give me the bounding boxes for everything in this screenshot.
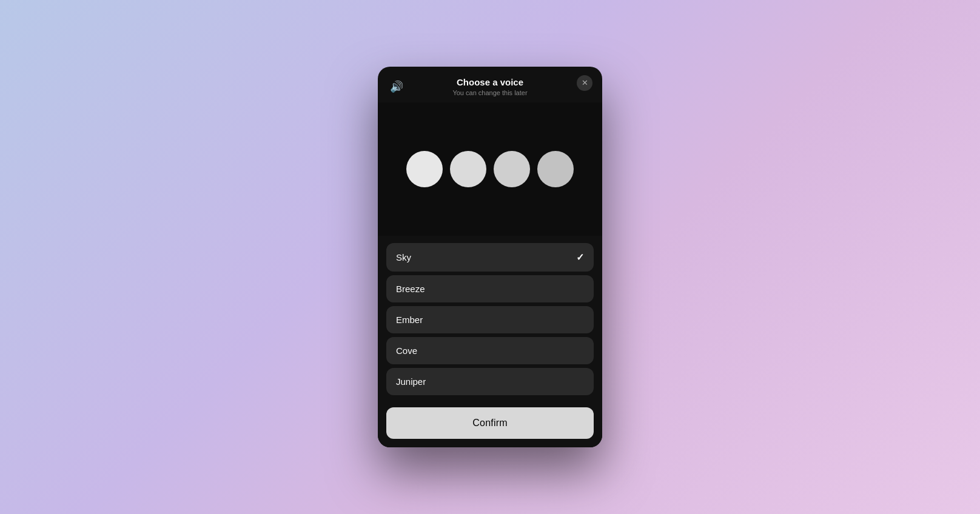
voice-item-cove[interactable]: Cove	[386, 337, 594, 364]
confirm-button[interactable]: Confirm	[386, 407, 594, 439]
close-icon: ✕	[582, 78, 588, 87]
close-button[interactable]: ✕	[577, 75, 592, 91]
modal-subtitle: You can change this later	[452, 89, 527, 96]
dots-container	[406, 151, 574, 187]
header-text: Choose a voice You can change this later	[452, 76, 527, 97]
volume-icon: 🔊	[390, 80, 403, 93]
dot-1	[406, 151, 443, 187]
voice-name-juniper: Juniper	[396, 376, 426, 387]
modal-header: 🔊 Choose a voice You can change this lat…	[378, 67, 602, 103]
voice-name-cove: Cove	[396, 345, 417, 356]
voice-list: Sky ✓ Breeze Ember Cove Juniper	[378, 236, 602, 402]
check-icon-sky: ✓	[576, 252, 584, 263]
voice-name-sky: Sky	[396, 252, 411, 262]
voice-item-sky[interactable]: Sky ✓	[386, 243, 594, 272]
voice-item-breeze[interactable]: Breeze	[386, 275, 594, 302]
confirm-area: Confirm	[378, 402, 602, 447]
voice-selection-modal: 🔊 Choose a voice You can change this lat…	[378, 67, 602, 448]
voice-name-breeze: Breeze	[396, 284, 425, 294]
dot-4	[537, 151, 574, 187]
dot-3	[494, 151, 530, 187]
voice-name-ember: Ember	[396, 315, 423, 325]
voice-item-ember[interactable]: Ember	[386, 306, 594, 333]
modal-title: Choose a voice	[452, 76, 527, 88]
waveform-area	[378, 102, 602, 236]
voice-item-juniper[interactable]: Juniper	[386, 368, 594, 395]
dot-2	[450, 151, 486, 187]
